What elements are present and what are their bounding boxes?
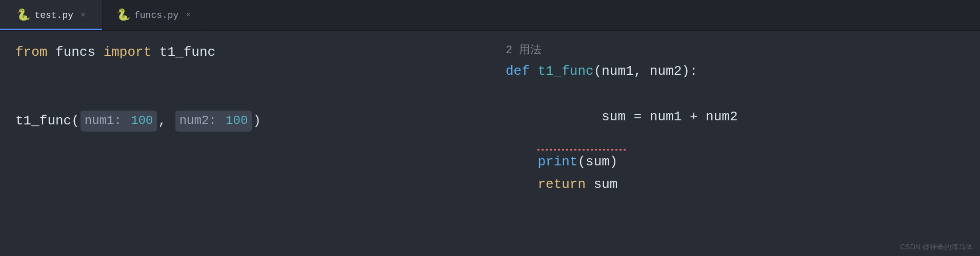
func-call-name: t1_func( bbox=[15, 110, 79, 132]
editor-test-py[interactable]: from funcs import t1_func t1_func( num1:… bbox=[0, 31, 490, 256]
tab-label-funcs-py: funcs.py bbox=[134, 10, 178, 20]
param1-label: num1: bbox=[85, 111, 122, 132]
param-hint-num2: num2: 100 bbox=[175, 111, 252, 132]
param1-value: 100 bbox=[124, 111, 153, 132]
kw-def: def bbox=[506, 60, 530, 82]
tab-label-test-py: test.py bbox=[34, 10, 73, 20]
space1 bbox=[530, 60, 538, 82]
tabs-bar: 🐍 test.py × 🐍 funcs.py × bbox=[0, 0, 980, 31]
call-comma: , bbox=[158, 110, 174, 132]
python-icon-funcs: 🐍 bbox=[116, 8, 130, 22]
comment-text: 2 用法 bbox=[506, 41, 542, 60]
func-def-name: t1_func bbox=[537, 60, 593, 82]
indent1 bbox=[506, 105, 537, 128]
watermark: CSDN @神奇的海马体 bbox=[900, 243, 973, 252]
call-close-paren: ) bbox=[253, 110, 261, 132]
tab-funcs-py[interactable]: 🐍 funcs.py × bbox=[103, 0, 205, 30]
tab-close-funcs-py[interactable]: × bbox=[186, 11, 191, 20]
empty-line-2 bbox=[15, 87, 474, 110]
kw-return: return bbox=[537, 173, 586, 196]
tab-close-test-py[interactable]: × bbox=[81, 11, 86, 20]
code-line-def: def t1_func (num1, num2): bbox=[506, 60, 965, 82]
sum-assign: = num1 + num2 bbox=[626, 105, 737, 128]
code-line-sum: sum = num1 + num2 bbox=[506, 83, 965, 151]
code-line-call: t1_func( num1: 100 , num2: 100 ) bbox=[15, 110, 474, 132]
indent2 bbox=[506, 151, 537, 173]
import-target: t1_func bbox=[151, 41, 215, 63]
kw-print: print bbox=[537, 151, 577, 173]
return-val: sum bbox=[586, 173, 617, 196]
kw-from: from bbox=[15, 41, 47, 63]
tab-test-py[interactable]: 🐍 test.py × bbox=[0, 0, 103, 30]
module-name: funcs bbox=[47, 41, 103, 63]
code-line-1: from funcs import t1_func bbox=[15, 41, 474, 63]
param2-value: 100 bbox=[218, 111, 248, 132]
indent3 bbox=[506, 173, 537, 196]
print-args: (sum) bbox=[577, 151, 617, 173]
param2-label: num2: bbox=[179, 111, 216, 132]
param-hint-num1: num1: 100 bbox=[81, 111, 157, 132]
editors-container: from funcs import t1_func t1_func( num1:… bbox=[0, 31, 980, 256]
code-line-print: print (sum) bbox=[506, 151, 965, 173]
code-line-return: return sum bbox=[506, 173, 965, 196]
var-sum: sum bbox=[537, 83, 626, 151]
func-def-params: (num1, num2): bbox=[594, 60, 698, 82]
code-comment: 2 用法 bbox=[506, 41, 965, 60]
kw-import: import bbox=[104, 41, 152, 63]
editor-funcs-py[interactable]: 2 用法 def t1_func (num1, num2): sum = num… bbox=[490, 31, 980, 256]
python-icon-test: 🐍 bbox=[16, 8, 30, 22]
empty-line-1 bbox=[15, 63, 474, 87]
